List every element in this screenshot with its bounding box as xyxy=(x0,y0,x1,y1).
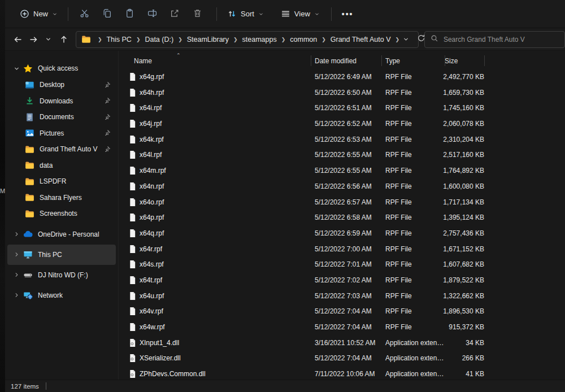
toolbar-divider xyxy=(331,7,332,21)
breadcrumb-item[interactable]: steamapps xyxy=(241,36,278,43)
sidebar-item-label: Quick access xyxy=(38,64,116,72)
sidebar-item-screenshots[interactable]: Screenshots xyxy=(7,206,116,222)
file-row[interactable]: x64t.rpf5/12/2022 7:02 AMRPF File1,879,5… xyxy=(119,272,565,288)
rpf-file-icon xyxy=(128,135,137,144)
sidebar-item-desktop[interactable]: Desktop xyxy=(7,77,116,93)
rpf-file-icon xyxy=(128,245,137,254)
chevron-right-icon[interactable] xyxy=(12,231,21,237)
chevron-down-icon xyxy=(258,11,264,17)
copy-button[interactable] xyxy=(95,5,118,24)
sidebar-item-dj-nitro-wd-f-[interactable]: DJ Nitro WD (F:) xyxy=(7,265,116,285)
breadcrumb-item[interactable]: common xyxy=(289,36,318,43)
sidebar-item-label: Pictures xyxy=(40,129,102,137)
file-row[interactable]: XSerializer.dll5/12/2022 7:04 AMApplicat… xyxy=(119,350,565,366)
file-date-modified: 5/12/2022 6:55 AM xyxy=(315,151,372,159)
file-name: XSerializer.dll xyxy=(140,354,181,362)
back-button[interactable] xyxy=(11,31,26,48)
file-row[interactable]: x64l.rpf5/12/2022 6:55 AMRPF File2,517,1… xyxy=(119,147,565,163)
sidebar-item-label: Screenshots xyxy=(40,210,116,217)
column-header-type[interactable]: Type xyxy=(385,57,400,65)
sort-button[interactable]: Sort xyxy=(221,6,270,22)
column-header-name[interactable]: Name xyxy=(134,57,152,65)
chevron-right-icon[interactable] xyxy=(12,272,21,278)
item-count: 127 items xyxy=(11,383,39,390)
sidebar-item-network[interactable]: Network xyxy=(7,285,116,306)
column-divider[interactable] xyxy=(484,55,485,66)
sidebar-item-this-pc[interactable]: This PC xyxy=(7,245,116,265)
sidebar-item-label: This PC xyxy=(38,251,116,259)
file-size: 1,395,124 KB xyxy=(424,214,484,221)
recent-locations-button[interactable] xyxy=(41,31,56,48)
file-size: 2,517,160 KB xyxy=(424,151,484,159)
explorer-body: Quick accessDesktopDownloadsDocumentsPic… xyxy=(5,51,565,380)
sidebar-item-downloads[interactable]: Downloads xyxy=(7,93,116,110)
sidebar-item-quick-access[interactable]: Quick access xyxy=(7,60,116,77)
chevron-right-icon[interactable] xyxy=(12,292,21,298)
sidebar-item-documents[interactable]: Documents xyxy=(7,109,116,125)
file-type: RPF File xyxy=(385,276,412,284)
file-row[interactable]: x64u.rpf5/12/2022 7:03 AMRPF File1,322,6… xyxy=(119,288,565,304)
sidebar-item-onedrive-personal[interactable]: OneDrive - Personal xyxy=(7,224,116,245)
file-explorer-window: M New xyxy=(0,0,565,392)
file-row[interactable]: x64i.rpf5/12/2022 6:51 AMRPF File1,745,1… xyxy=(119,100,565,116)
paste-button[interactable] xyxy=(118,5,141,24)
column-divider[interactable] xyxy=(381,55,382,66)
file-size: 915,372 KB xyxy=(424,323,484,331)
file-row[interactable]: x64w.rpf5/12/2022 7:04 AMRPF File915,372… xyxy=(119,319,565,335)
sidebar-item-data[interactable]: data xyxy=(7,158,116,174)
breadcrumb-separator-icon: ❯ xyxy=(230,37,241,42)
file-row[interactable]: x64m.rpf5/12/2022 6:55 AMRPF File1,764,8… xyxy=(119,163,565,178)
file-row[interactable]: x64v.rpf5/12/2022 7:04 AMRPF File1,896,5… xyxy=(119,303,565,319)
address-bar[interactable]: ❯This PC❯Data (D:)❯SteamLibrary❯steamapp… xyxy=(76,31,419,48)
sort-button-label: Sort xyxy=(241,10,254,18)
new-button[interactable]: New xyxy=(14,6,63,22)
file-row[interactable]: XInput1_4.dll3/16/2021 10:52 AMApplicati… xyxy=(119,335,565,351)
see-more-button[interactable]: ••• xyxy=(336,6,359,22)
sidebar-item-lspdfr[interactable]: LSPDFR xyxy=(7,173,116,190)
file-row[interactable]: x64s.rpf5/12/2022 7:01 AMRPF File1,607,6… xyxy=(119,256,565,272)
address-dropdown-icon[interactable] xyxy=(403,34,409,45)
view-button-label: View xyxy=(294,10,310,18)
file-row[interactable]: x64r.rpf5/12/2022 7:00 AMRPF File1,671,1… xyxy=(119,241,565,257)
sidebar-item-grand-theft-auto-v[interactable]: Grand Theft Auto V xyxy=(7,141,116,158)
file-row[interactable]: x64p.rpf5/12/2022 6:58 AMRPF File1,395,1… xyxy=(119,210,565,225)
sidebar-item-sahara-flyers[interactable]: Sahara Flyers xyxy=(7,190,116,206)
view-button[interactable]: View xyxy=(275,6,325,22)
file-row[interactable]: x64h.rpf5/12/2022 6:50 AMRPF File1,659,7… xyxy=(119,85,565,101)
breadcrumb-item[interactable]: SteamLibrary xyxy=(186,36,230,43)
rename-icon xyxy=(147,8,157,20)
column-header-size[interactable]: Size xyxy=(445,57,458,65)
file-name: XInput1_4.dll xyxy=(140,339,179,347)
rename-button[interactable] xyxy=(141,5,163,24)
file-name: ZPhDevs.Common.dll xyxy=(140,370,206,378)
delete-button[interactable] xyxy=(186,5,208,24)
breadcrumb-item[interactable]: Grand Theft Auto V xyxy=(329,36,392,43)
forward-button[interactable] xyxy=(26,31,41,48)
cut-button[interactable] xyxy=(73,5,95,24)
chevron-right-icon[interactable] xyxy=(12,251,21,258)
search-input[interactable]: Search Grand Theft Auto V xyxy=(424,31,565,48)
file-name: x64r.rpf xyxy=(140,245,162,253)
file-date-modified: 5/12/2022 7:04 AM xyxy=(315,307,372,315)
share-button[interactable] xyxy=(163,5,186,24)
file-row[interactable]: x64n.rpf5/12/2022 6:56 AMRPF File1,600,0… xyxy=(119,178,565,194)
file-date-modified: 5/12/2022 6:59 AM xyxy=(315,229,372,237)
column-header-date[interactable]: Date modified xyxy=(315,57,357,65)
sidebar-item-pictures[interactable]: Pictures xyxy=(7,125,116,142)
search-icon xyxy=(431,34,438,45)
breadcrumb-item[interactable]: Data (D:) xyxy=(144,36,175,43)
column-divider[interactable] xyxy=(445,55,445,66)
ellipsis-icon: ••• xyxy=(342,10,354,19)
up-button[interactable] xyxy=(56,31,71,48)
file-row[interactable]: x64q.rpf5/12/2022 6:59 AMRPF File2,757,4… xyxy=(119,225,565,241)
copy-icon xyxy=(102,8,112,20)
file-row[interactable]: x64g.rpf5/12/2022 6:49 AMRPF File2,492,7… xyxy=(119,69,565,85)
file-row[interactable]: x64o.rpf5/12/2022 6:57 AMRPF File1,717,1… xyxy=(119,194,565,210)
column-divider[interactable] xyxy=(311,55,311,66)
breadcrumb-item[interactable]: This PC xyxy=(105,36,132,43)
file-row[interactable]: x64j.rpf5/12/2022 6:52 AMRPF File2,060,0… xyxy=(119,116,565,132)
chevron-down-icon[interactable] xyxy=(12,66,21,72)
file-row[interactable]: x64k.rpf5/12/2022 6:53 AMRPF File2,310,2… xyxy=(119,132,565,147)
file-row[interactable]: ZPhDevs.Common.dll7/11/2022 10:06 AMAppl… xyxy=(119,366,565,380)
sidebar-item-label: data xyxy=(40,162,116,169)
